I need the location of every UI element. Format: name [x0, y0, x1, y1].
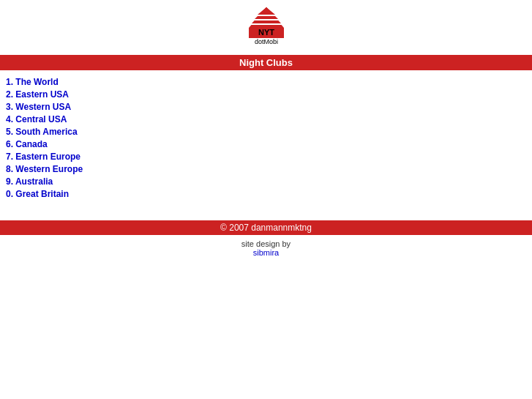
list-item: 1. The World	[6, 77, 526, 87]
footer-copyright: © 2007 danmannmktng	[220, 223, 312, 233]
list-item: 5. South America	[6, 127, 526, 137]
list-item: 9. Australia	[6, 176, 526, 187]
nav-link[interactable]: 4. Central USA	[6, 114, 67, 124]
logo-container: NYT dotMobi	[237, 6, 296, 52]
nav-link[interactable]: 0. Great Britain	[6, 189, 69, 199]
nav-list: 1. The World2. Eastern USA3. Western USA…	[0, 70, 532, 206]
list-item: 4. Central USA	[6, 114, 526, 124]
list-item: 6. Canada	[6, 139, 526, 149]
footer-bar: © 2007 danmannmktng	[0, 220, 532, 235]
nav-link[interactable]: 3. Western USA	[6, 102, 71, 112]
nav-link[interactable]: 6. Canada	[6, 139, 48, 149]
svg-rect-6	[249, 19, 284, 20]
title-bar: Night Clubs	[0, 55, 532, 70]
list-item: 8. Western Europe	[6, 164, 526, 174]
svg-text:NYT: NYT	[258, 28, 274, 37]
svg-rect-5	[249, 15, 284, 16]
svg-text:dotMobi: dotMobi	[254, 38, 277, 45]
list-item: 7. Eastern Europe	[6, 152, 526, 162]
list-item: 0. Great Britain	[6, 189, 526, 199]
nav-link[interactable]: 1. The World	[6, 77, 59, 87]
nav-link[interactable]: 9. Australia	[6, 176, 53, 187]
nav-link[interactable]: 8. Western Europe	[6, 164, 83, 174]
svg-rect-7	[249, 23, 284, 25]
nav-link[interactable]: 2. Eastern USA	[6, 89, 69, 100]
site-design-link[interactable]: sibmira	[253, 248, 279, 257]
header: NYT dotMobi	[0, 0, 532, 55]
site-design: site design by sibmira	[0, 239, 532, 257]
site-design-text: site design by	[241, 239, 291, 248]
nav-link[interactable]: 5. South America	[6, 127, 78, 137]
list-item: 3. Western USA	[6, 102, 526, 112]
list-item: 2. Eastern USA	[6, 89, 526, 100]
nav-link[interactable]: 7. Eastern Europe	[6, 152, 80, 162]
title-bar-label: Night Clubs	[239, 57, 293, 68]
logo-svg: NYT dotMobi	[237, 6, 296, 50]
